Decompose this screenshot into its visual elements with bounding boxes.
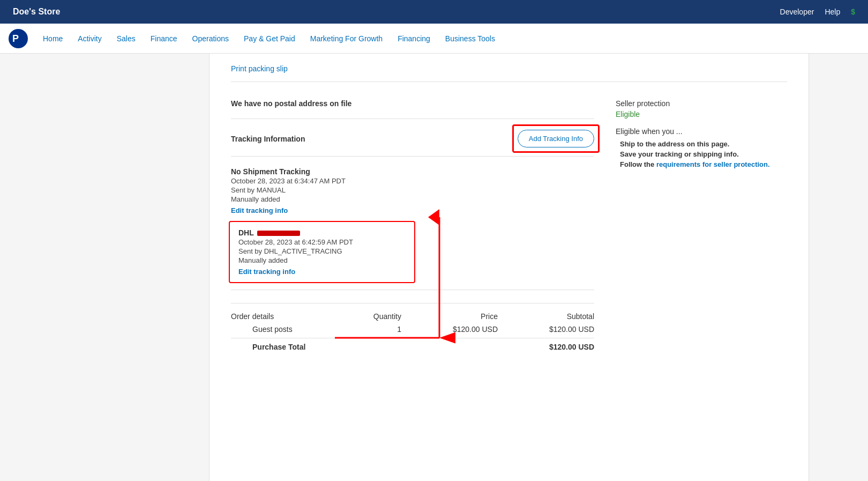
paypal-logo: P <box>9 29 28 48</box>
right-column: Seller protection Eligible Eligible when… <box>616 91 787 351</box>
divider-top <box>231 82 787 82</box>
sidebar <box>59 54 209 481</box>
top-bar-actions: Developer Help $ <box>780 8 855 16</box>
order-item-row: Guest posts 1 $120.00 USD $120.00 USD <box>231 325 594 334</box>
edit-tracking-link-2[interactable]: Edit tracking info <box>238 268 295 276</box>
print-packing-slip-link[interactable]: Print packing slip <box>231 64 787 73</box>
condition-3: Follow the requirements for seller prote… <box>616 160 787 168</box>
total-row: Purchase Total $120.00 USD <box>231 338 594 351</box>
tracking-header: Tracking Information Add Tracking Info <box>231 130 594 147</box>
top-bar: Doe's Store Developer Help $ <box>0 0 868 24</box>
order-details-title: Order details <box>231 312 274 321</box>
nav-marketing[interactable]: Marketing For Growth <box>304 24 389 53</box>
quantity-col-header: Quantity <box>369 312 401 321</box>
edit-tracking-link-1[interactable]: Edit tracking info <box>231 206 288 214</box>
shipment1-title: No Shipment Tracking <box>231 167 594 176</box>
help-link[interactable]: Help <box>825 8 840 16</box>
eligible-text: Eligible <box>616 110 787 119</box>
nav-home[interactable]: Home <box>36 24 69 53</box>
item-name: Guest posts <box>252 325 369 334</box>
condition-3-text: Follow the <box>620 160 654 168</box>
svg-text:P: P <box>12 33 19 44</box>
store-name: Doe's Store <box>13 7 60 17</box>
nav-pay-get-paid[interactable]: Pay & Get Paid <box>237 24 302 53</box>
nav-financing[interactable]: Financing <box>391 24 437 53</box>
nav-operations[interactable]: Operations <box>186 24 235 53</box>
nav-finance[interactable]: Finance <box>144 24 184 53</box>
no-address-text: We have no postal address on file <box>231 99 594 108</box>
total-label: Purchase Total <box>231 343 369 351</box>
condition-2: Save your tracking or shipping info. <box>616 150 787 158</box>
seller-protection: Seller protection Eligible Eligible when… <box>616 99 787 168</box>
dhl-item-container: DHL October 28, 2023 at 6:42:59 AM PDT S… <box>231 223 413 281</box>
shipment1-added: Manually added <box>231 195 594 203</box>
item-price: $120.00 USD <box>444 325 498 334</box>
nav-business-tools[interactable]: Business Tools <box>439 24 502 53</box>
add-tracking-button[interactable]: Add Tracking Info <box>518 130 594 147</box>
nav-bar: P Home Activity Sales Finance Operations… <box>0 24 868 54</box>
divider-tracking <box>231 156 594 157</box>
account-icon[interactable]: $ <box>851 8 855 16</box>
tracking-item-2: DHL October 28, 2023 at 6:42:59 AM PDT S… <box>231 223 413 281</box>
shipment2-title: DHL <box>238 228 406 237</box>
item-qty: 1 <box>369 325 401 334</box>
condition-1: Ship to the address on this page. <box>616 140 787 148</box>
eligible-list: Ship to the address on this page. Save y… <box>616 140 787 168</box>
nav-activity[interactable]: Activity <box>71 24 108 53</box>
item-subtotal: $120.00 USD <box>541 325 594 334</box>
main-content: Print packing slip We have no postal add… <box>59 54 809 481</box>
eligible-when-text: Eligible when you ... <box>616 127 787 136</box>
nav-sales[interactable]: Sales <box>110 24 142 53</box>
shipment2-added: Manually added <box>238 256 406 264</box>
tracking-section: Tracking Information Add Tracking Info N… <box>231 130 594 281</box>
seller-protection-title: Seller protection <box>616 99 787 108</box>
shipment1-sent-by: Sent by MANUAL <box>231 186 594 194</box>
total-value: $120.00 USD <box>541 343 594 351</box>
divider-order <box>231 290 594 290</box>
redacted-tracking-number <box>257 231 300 236</box>
tracking-item-1: No Shipment Tracking October 28, 2023 at… <box>231 165 594 214</box>
shipment2-sent-by: Sent by DHL_ACTIVE_TRACING <box>238 247 406 255</box>
requirements-link[interactable]: requirements for seller protection. <box>656 160 770 168</box>
order-details-section: Order details Quantity Price Subtotal Gu… <box>231 303 594 351</box>
shipment1-date: October 28, 2023 at 6:34:47 AM PDT <box>231 177 594 185</box>
content-area: Print packing slip We have no postal add… <box>209 54 809 481</box>
price-col-header: Price <box>444 312 498 321</box>
tracking-title: Tracking Information <box>231 135 305 143</box>
divider-mid <box>231 119 594 119</box>
subtotal-col-header: Subtotal <box>541 312 594 321</box>
add-tracking-wrapper: Add Tracking Info <box>518 130 594 147</box>
shipment2-date: October 28, 2023 at 6:42:59 AM PDT <box>238 238 406 246</box>
developer-link[interactable]: Developer <box>780 8 814 16</box>
two-col-layout: We have no postal address on file Tracki… <box>231 91 787 351</box>
left-column: We have no postal address on file Tracki… <box>231 91 594 351</box>
